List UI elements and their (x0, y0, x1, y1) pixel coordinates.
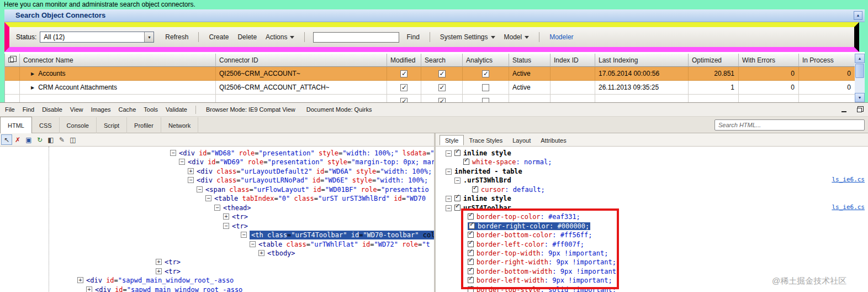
property-checkbox[interactable] (454, 150, 461, 156)
stylesheet-link[interactable]: ls_ie6.cs (832, 204, 865, 211)
expand-node-button[interactable]: + (223, 213, 229, 220)
search-checkbox-cell[interactable] (421, 81, 463, 95)
connector-id-cell[interactable] (216, 95, 387, 102)
create-button[interactable]: Create (207, 33, 230, 41)
browser-mode-menu[interactable]: Browser Mode: IE9 Compat View (200, 106, 301, 113)
property-checkbox[interactable] (463, 159, 469, 165)
analytics-checkbox[interactable] (482, 84, 489, 91)
property-checkbox[interactable] (469, 223, 475, 229)
analytics-checkbox[interactable] (482, 70, 489, 77)
search-checkbox[interactable] (438, 98, 446, 103)
menu-item-images[interactable]: Images (87, 106, 114, 113)
collapse-node-button[interactable]: − (197, 186, 203, 192)
restore-button[interactable] (854, 105, 865, 114)
devtools-search-input[interactable] (714, 119, 865, 131)
column-header-analytics[interactable]: Analytics (463, 54, 509, 67)
menu-item-view[interactable]: View (66, 106, 87, 113)
property-checkbox[interactable] (472, 186, 478, 192)
row-selector-cell[interactable] (5, 95, 20, 102)
search-checkbox-cell[interactable] (421, 95, 463, 102)
last-indexing-cell[interactable] (595, 95, 689, 102)
style-tab-attributes[interactable]: Attributes (536, 135, 571, 146)
tree-node[interactable]: <div class="urLayoutDefault2" id="WD6A" … (197, 167, 432, 176)
rule-header[interactable]: inherited - table (454, 168, 522, 175)
model-menu-button[interactable]: Model (502, 33, 531, 41)
collapse-node-button[interactable]: − (205, 195, 211, 201)
last-indexing-cell[interactable]: 17.05.2014 00:00:56 (595, 67, 689, 81)
column-header-search[interactable]: Search (421, 54, 463, 67)
property-checkbox[interactable] (454, 195, 461, 201)
minimize-button[interactable] (838, 105, 849, 114)
status-cell[interactable] (509, 95, 551, 102)
css-property[interactable]: border-right-width: 9px !important; (477, 258, 616, 266)
expand-rule-button[interactable]: − (446, 196, 452, 202)
modified-checkbox-cell[interactable] (387, 67, 421, 81)
collapse-node-button[interactable]: − (170, 150, 176, 156)
index-id-cell[interactable] (551, 67, 595, 81)
column-header-modified[interactable]: Modified (387, 54, 421, 67)
split-view-icon[interactable]: ◧ (45, 134, 56, 145)
tree-node[interactable]: <tr> (165, 267, 181, 276)
css-property[interactable]: white-space: normal; (472, 158, 552, 166)
css-property[interactable]: border-top-width: 9px !important; (477, 249, 608, 257)
column-header-in-process[interactable]: In Process (799, 54, 855, 67)
css-property[interactable]: border-top-color: #eaf331; (477, 213, 580, 221)
modeler-link[interactable]: Modeler (548, 33, 575, 41)
style-tab-trace-styles[interactable]: Trace Styles (464, 135, 507, 146)
search-checkbox-cell[interactable] (421, 67, 463, 81)
property-checkbox[interactable] (468, 268, 474, 274)
connector-name-cell[interactable] (20, 95, 216, 102)
collapse-node-button[interactable]: − (188, 177, 194, 183)
expand-rule-button[interactable]: − (446, 169, 452, 175)
in-process-cell[interactable]: 0 (799, 81, 855, 95)
analytics-checkbox-cell[interactable] (463, 95, 509, 102)
property-checkbox[interactable] (468, 232, 474, 238)
dropdown-arrow-icon[interactable]: ▼ (144, 32, 154, 42)
property-checkbox[interactable] (468, 241, 474, 247)
optimized-cell[interactable] (689, 95, 739, 102)
connector-id-cell[interactable]: QI2506~CRM_ACCOUNT_ATTACH~ (216, 81, 387, 95)
in-process-cell[interactable] (799, 95, 855, 102)
menu-item-find[interactable]: Find (19, 106, 38, 113)
expand-rule-button[interactable]: − (446, 205, 452, 211)
tab-console[interactable]: Console (60, 117, 97, 134)
find-button[interactable]: Find (405, 33, 421, 41)
menu-item-tools[interactable]: Tools (140, 106, 162, 113)
css-property[interactable]: border-bottom-color: #ff56ff; (477, 231, 592, 239)
analytics-checkbox-cell[interactable] (463, 67, 509, 81)
analytics-checkbox-cell[interactable] (463, 81, 509, 95)
optimized-cell[interactable]: 1 (689, 81, 739, 95)
scrollbar-thumb[interactable] (855, 64, 864, 78)
menu-item-cache[interactable]: Cache (115, 106, 140, 113)
column-header-status[interactable]: Status (509, 54, 551, 67)
expand-node-button[interactable]: + (77, 277, 83, 283)
collapse-node-button[interactable]: − (214, 205, 220, 211)
css-property[interactable]: border-left-color: #ff007f; (477, 241, 584, 248)
column-header-connector-id[interactable]: Connector ID (216, 54, 387, 67)
with-errors-cell[interactable] (739, 95, 799, 102)
tree-node[interactable]: <tr> (165, 258, 181, 267)
refresh-icon[interactable]: ↻ (34, 134, 45, 145)
expand-row-icon[interactable]: ▶ (31, 67, 34, 81)
refresh-button[interactable]: Refresh (163, 33, 190, 41)
index-id-cell[interactable] (551, 95, 595, 102)
selected-tree-node[interactable]: <th class="urST4Toolbar" id="WD70-toolba… (250, 231, 434, 239)
row-selector-cell[interactable] (5, 67, 20, 81)
expand-row-icon[interactable]: ▶ (31, 81, 34, 95)
stylesheet-link[interactable]: ls_ie6.cs (832, 176, 865, 183)
panes-icon[interactable]: ◫ (67, 134, 78, 145)
css-property[interactable]: border-top-style: solid !important; (477, 286, 616, 292)
select-all-header-cell[interactable] (5, 54, 20, 67)
row-selector-cell[interactable] (5, 81, 20, 95)
expand-node-button[interactable]: + (86, 286, 92, 292)
status-dropdown[interactable]: All (12) ▼ (40, 32, 154, 43)
system-settings-menu-button[interactable]: System Settings (438, 33, 497, 41)
connector-name-cell[interactable]: ▶Accounts (20, 67, 216, 81)
rule-header[interactable]: inline style (463, 149, 511, 157)
modified-checkbox[interactable] (400, 84, 407, 91)
menu-item-validate[interactable]: Validate (162, 106, 191, 113)
menu-item-file[interactable]: File (1, 106, 19, 113)
with-errors-cell[interactable]: 0 (739, 67, 799, 81)
css-property[interactable]: cursor: default; (481, 186, 545, 194)
property-checkbox[interactable] (468, 286, 474, 292)
